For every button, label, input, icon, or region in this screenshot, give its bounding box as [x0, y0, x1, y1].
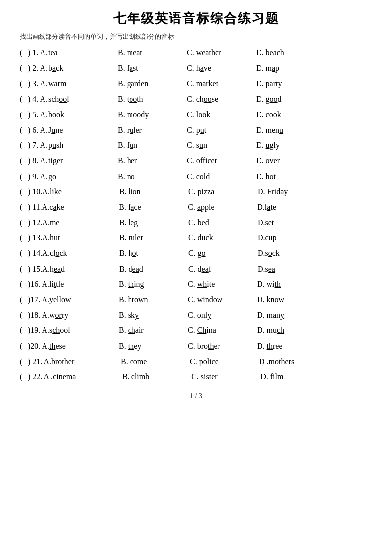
- option-c: C. duck: [188, 231, 258, 244]
- option-b: B. fun: [118, 139, 187, 152]
- option-b: B. thing: [119, 278, 188, 291]
- option-b: B. fast: [118, 61, 187, 75]
- q-num: ) 15.A.: [28, 262, 50, 276]
- question-row: () 13.A.hutB. rulerC. duckD.cup: [20, 231, 372, 244]
- q-num: ) 2. A.: [28, 61, 48, 75]
- q-num: ) 11.A.: [28, 200, 49, 214]
- option-a: like: [50, 185, 119, 198]
- question-row: () 22. A .cinemaB. climbC. sisterD. film: [20, 370, 372, 383]
- option-b: B. brown: [119, 293, 188, 306]
- left-paren: (: [20, 278, 28, 291]
- q-num: ) 12.A.: [28, 216, 50, 229]
- option-d: D. know: [257, 293, 326, 306]
- options: headB. deadC. deafD.sea: [50, 262, 372, 276]
- option-d: D. with: [257, 278, 326, 291]
- left-paren: (: [20, 246, 28, 260]
- options: teaB. meatC. weatherD. beach: [48, 46, 372, 59]
- question-row: () 5. A.bookB. moodyC. lookD. cook: [20, 108, 372, 121]
- option-d: D. much: [257, 324, 326, 337]
- option-c: C. deaf: [188, 262, 258, 276]
- page-number: 1 / 3: [20, 392, 372, 400]
- question-row: ()18. A.worryB. skyC. onlyD. many: [20, 308, 372, 322]
- q-num: )19. A.: [28, 324, 49, 337]
- question-row: () 1. A.teaB. meatC. weatherD. beach: [20, 46, 372, 59]
- q-num: ) 21. A.: [28, 355, 51, 368]
- question-row: () 14.A.clockB. hotC. goD.sock: [20, 246, 372, 260]
- option-a: push: [48, 139, 118, 152]
- left-paren: (: [20, 185, 28, 198]
- option-a: warm: [48, 77, 118, 90]
- left-paren: (: [20, 61, 28, 75]
- left-paren: (: [20, 77, 28, 90]
- option-a: worry: [49, 308, 119, 322]
- instruction: 找出画线部分读音不同的单词，并写出划线部分的音标: [20, 32, 372, 41]
- options: likeB. lionC. pizzaD. Friday: [50, 185, 372, 198]
- q-num: ) 4. A.: [28, 92, 48, 106]
- option-c: C. brother: [188, 339, 257, 353]
- option-d: D. party: [256, 77, 325, 90]
- options: tigerB. herC. officerD. over: [48, 154, 372, 167]
- q-num: ) 14.A.: [28, 246, 50, 260]
- option-d: D. ugly: [256, 139, 325, 152]
- option-d: D. beach: [256, 46, 325, 59]
- option-c: C. police: [190, 355, 259, 368]
- q-num: ) 10.A.: [28, 185, 50, 198]
- option-d: D. good: [256, 92, 325, 106]
- option-d: D. hot: [256, 170, 325, 183]
- option-b: B. moody: [118, 108, 187, 121]
- question-row: ()19. A.schoolB. chairC. ChinaD. much: [20, 324, 372, 337]
- question-row: () 10.A.likeB. lionC. pizzaD. Friday: [20, 185, 372, 198]
- option-c: C. only: [188, 308, 257, 322]
- option-c: C. apple: [188, 200, 257, 214]
- options: schoolB. chairC. ChinaD. much: [49, 324, 372, 337]
- question-row: () 3. A.warmB. gardenC. marketD. party: [20, 77, 372, 90]
- question-row: () 7. A.pushB. funC. sunD. ugly: [20, 139, 372, 152]
- q-num: ) 8. A.: [28, 154, 48, 167]
- option-d: D. Friday: [258, 185, 327, 198]
- option-c: C. pizza: [188, 185, 258, 198]
- option-a: head: [50, 262, 119, 276]
- q-num: )17. A.: [28, 293, 49, 306]
- option-b: B. ruler: [119, 231, 188, 244]
- option-c: C. put: [187, 123, 256, 137]
- options: yellowB. brownC. windowD. know: [49, 293, 372, 306]
- options: hutB. rulerC. duckD.cup: [50, 231, 372, 244]
- option-a: school: [49, 324, 119, 337]
- question-row: () 4. A.schoolB. toothC. chooseD. good: [20, 92, 372, 106]
- option-d: D.set: [258, 216, 327, 229]
- left-paren: (: [20, 324, 28, 337]
- options: brotherB. comeC. policeD .mothers: [51, 355, 372, 368]
- option-a: me: [50, 216, 119, 229]
- options: pushB. funC. sunD. ugly: [48, 139, 372, 152]
- option-d: D. many: [257, 308, 326, 322]
- options: schoolB. toothC. chooseD. good: [48, 92, 372, 106]
- option-a: tiger: [48, 154, 118, 167]
- question-row: () 6. A.JuneB. rulerC. putD. menu: [20, 123, 372, 137]
- option-d: D.cup: [258, 231, 327, 244]
- q-num: )18. A.: [28, 308, 49, 322]
- options: clockB. hotC. goD.sock: [50, 246, 372, 260]
- options: cakeB. faceC. appleD.late: [49, 200, 372, 214]
- q-num: ) 13.A.: [28, 231, 50, 244]
- q-num: ) 9. A.: [28, 170, 48, 183]
- option-b: B. her: [118, 154, 187, 167]
- q-num: )20. A.: [28, 339, 49, 353]
- option-c: C. window: [188, 293, 257, 306]
- left-paren: (: [20, 339, 28, 353]
- option-d: D .mothers: [259, 355, 328, 368]
- option-a: yellow: [49, 293, 119, 306]
- option-b: B. they: [119, 339, 188, 353]
- option-a: school: [48, 92, 118, 106]
- question-row: ()16. A.littleB. thingC. whiteD. with: [20, 278, 372, 291]
- options: littleB. thingC. whiteD. with: [49, 278, 372, 291]
- options: worryB. skyC. onlyD. many: [49, 308, 372, 322]
- question-row: () 15.A.headB. deadC. deafD.sea: [20, 262, 372, 276]
- q-num: ) 5. A.: [28, 108, 48, 121]
- question-list: () 1. A.teaB. meatC. weatherD. beach() 2…: [20, 46, 372, 383]
- options: goB. noC. coldD. hot: [48, 170, 372, 183]
- option-a: brother: [51, 355, 121, 368]
- option-c: C. bed: [188, 216, 258, 229]
- left-paren: (: [20, 92, 28, 106]
- option-c: C. officer: [187, 154, 256, 167]
- option-c: C. weather: [187, 46, 256, 59]
